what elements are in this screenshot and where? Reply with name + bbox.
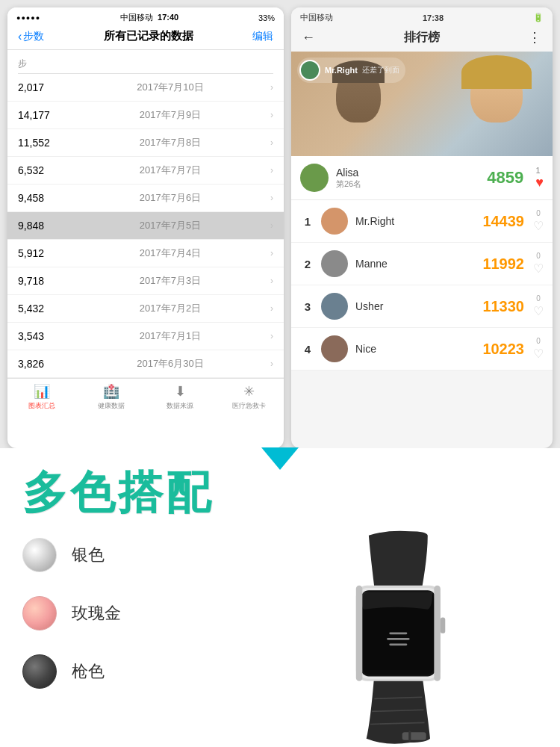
top-section: ●●●●● 中国移动 17:40 33% ‹ 步数 所有已记录的数据 编辑 步 … bbox=[0, 0, 560, 448]
tab-medical-label: 医疗急救卡 bbox=[232, 401, 266, 411]
like-section[interactable]: 0 ♡ bbox=[533, 294, 544, 318]
teal-arrow bbox=[261, 447, 299, 470]
date-value: 2017年7月6日 bbox=[140, 191, 201, 205]
rank-avatar bbox=[321, 250, 348, 277]
rank-steps: 11330 bbox=[482, 298, 524, 315]
list-item[interactable]: 2,017 2017年7月10日 › bbox=[7, 74, 284, 102]
my-name: Alisa bbox=[336, 167, 487, 179]
carrier-time: 中国移动 17:40 bbox=[120, 12, 178, 23]
color-rose[interactable]: 玫瑰金 bbox=[22, 596, 299, 630]
list-item[interactable]: 5,912 2017年7月4日 › bbox=[7, 240, 284, 267]
list-item[interactable]: 9,718 2017年7月3日 › bbox=[7, 267, 284, 295]
list-item[interactable]: 9,848 2017年7月5日 › bbox=[7, 212, 284, 240]
rank-name: Usher bbox=[355, 300, 482, 312]
list-item[interactable]: 3,543 2017年7月1日 › bbox=[7, 323, 284, 350]
my-steps: 4859 bbox=[487, 168, 523, 187]
back-button[interactable]: ‹ 步数 bbox=[18, 30, 44, 43]
date-value: 2017年7月3日 bbox=[140, 274, 201, 288]
watch-svg bbox=[299, 515, 538, 747]
list-item[interactable]: 11,552 2017年7月8日 › bbox=[7, 129, 284, 157]
date-value: 2017年7月1日 bbox=[140, 329, 201, 343]
rank-item: 1 Mr.Right 14439 0 ♡ bbox=[291, 200, 553, 243]
right-nav-title: 排行榜 bbox=[404, 30, 440, 46]
rank-name: Manne bbox=[355, 258, 482, 270]
date-value: 2017年7月5日 bbox=[140, 219, 201, 232]
rank-avatar bbox=[321, 335, 348, 362]
rank-name: Mr.Right bbox=[355, 215, 482, 227]
right-carrier: 中国移动 bbox=[300, 12, 333, 23]
like-section[interactable]: 0 ♡ bbox=[533, 252, 544, 276]
color-options: 银色 玫瑰金 枪色 bbox=[22, 530, 299, 689]
color-silver[interactable]: 银色 bbox=[22, 538, 299, 572]
rank-avatar bbox=[321, 293, 348, 320]
silver-label: 银色 bbox=[72, 544, 105, 566]
chevron-icon: › bbox=[270, 165, 273, 176]
bottom-section: 多色搭配 银色 玫瑰金 枪色 bbox=[0, 448, 560, 747]
silver-circle bbox=[22, 538, 57, 572]
left-nav-bar: ‹ 步数 所有已记录的数据 编辑 bbox=[7, 26, 284, 50]
gun-circle bbox=[22, 654, 57, 689]
tab-medical[interactable]: ✳ 医疗急救卡 bbox=[215, 383, 284, 411]
chevron-icon: › bbox=[270, 110, 273, 120]
color-gun[interactable]: 枪色 bbox=[22, 654, 299, 689]
date-value: 2017年7月9日 bbox=[140, 108, 201, 122]
tab-chart[interactable]: 📊 图表汇总 bbox=[7, 383, 77, 411]
tab-datasource[interactable]: ⬇ 数据来源 bbox=[146, 383, 215, 411]
right-back-button[interactable]: ← bbox=[302, 30, 315, 46]
colors-watch-row: 银色 玫瑰金 枪色 bbox=[0, 523, 560, 747]
gun-label: 枪色 bbox=[72, 660, 105, 683]
like-section[interactable]: 0 ♡ bbox=[533, 337, 544, 361]
like-icon: ♡ bbox=[533, 304, 544, 318]
list-item[interactable]: 9,458 2017年7月6日 › bbox=[7, 185, 284, 212]
like-count: 0 bbox=[536, 294, 541, 303]
tab-chart-label: 图表汇总 bbox=[28, 401, 55, 411]
steps-value: 14,177 bbox=[18, 109, 70, 121]
my-rank-label: 第26名 bbox=[336, 179, 487, 190]
rank-list: 1 Mr.Right 14439 0 ♡ 2 Manne 11992 0 ♡ 3… bbox=[291, 200, 553, 371]
chevron-icon: › bbox=[270, 248, 273, 258]
rank-item: 4 Nice 10223 0 ♡ bbox=[291, 328, 553, 371]
svg-rect-13 bbox=[402, 732, 426, 740]
rose-label: 玫瑰金 bbox=[72, 602, 121, 624]
like-section[interactable]: 0 ♡ bbox=[533, 209, 544, 233]
profile-name: Mr.Right bbox=[325, 66, 358, 75]
steps-value: 11,552 bbox=[18, 137, 70, 149]
list-item[interactable]: 6,532 2017年7月7日 › bbox=[7, 157, 284, 185]
tab-health[interactable]: 🏥 健康数据 bbox=[77, 383, 146, 411]
edit-button[interactable]: 编辑 bbox=[252, 30, 273, 43]
date-value: 2017年7月4日 bbox=[140, 247, 201, 260]
right-nav-bar: ← 排行榜 ⋮ bbox=[291, 26, 553, 52]
more-button[interactable]: ⋮ bbox=[528, 29, 542, 46]
list-item[interactable]: 5,432 2017年7月2日 › bbox=[7, 295, 284, 323]
chevron-icon: › bbox=[270, 82, 273, 93]
svg-rect-10 bbox=[356, 586, 363, 681]
rank-item: 2 Manne 11992 0 ♡ bbox=[291, 243, 553, 285]
chevron-icon: › bbox=[270, 220, 273, 231]
list-item[interactable]: 3,826 2017年6月30日 › bbox=[7, 350, 284, 378]
steps-value: 9,848 bbox=[18, 220, 70, 232]
heart-icon[interactable]: ♥ bbox=[535, 175, 544, 190]
date-value: 2017年6月30日 bbox=[137, 357, 204, 371]
svg-rect-12 bbox=[441, 618, 445, 633]
steps-value: 5,912 bbox=[18, 247, 70, 259]
steps-value: 5,432 bbox=[18, 303, 70, 314]
rank-avatar bbox=[321, 208, 348, 235]
chevron-icon: › bbox=[270, 359, 273, 369]
rose-circle bbox=[22, 596, 57, 630]
list-header: 步 bbox=[7, 50, 284, 73]
rank-number: 1 bbox=[300, 215, 315, 228]
like-count: 0 bbox=[536, 252, 541, 260]
watch-image bbox=[299, 515, 538, 747]
chevron-icon: › bbox=[270, 331, 273, 341]
tab-bar: 📊 图表汇总 🏥 健康数据 ⬇ 数据来源 ✳ 医疗急救卡 bbox=[7, 378, 284, 414]
list-item[interactable]: 14,177 2017年7月9日 › bbox=[7, 102, 284, 129]
date-value: 2017年7月10日 bbox=[137, 81, 204, 94]
rank-number: 3 bbox=[300, 300, 315, 313]
like-icon: ♡ bbox=[533, 261, 544, 276]
like-count: 0 bbox=[536, 209, 541, 217]
right-battery-icon: 🔋 bbox=[533, 13, 544, 22]
right-time: 17:38 bbox=[423, 13, 444, 22]
medical-icon: ✳ bbox=[243, 383, 255, 400]
signal-dots: ●●●●● bbox=[16, 14, 40, 22]
chevron-icon: › bbox=[270, 303, 273, 314]
